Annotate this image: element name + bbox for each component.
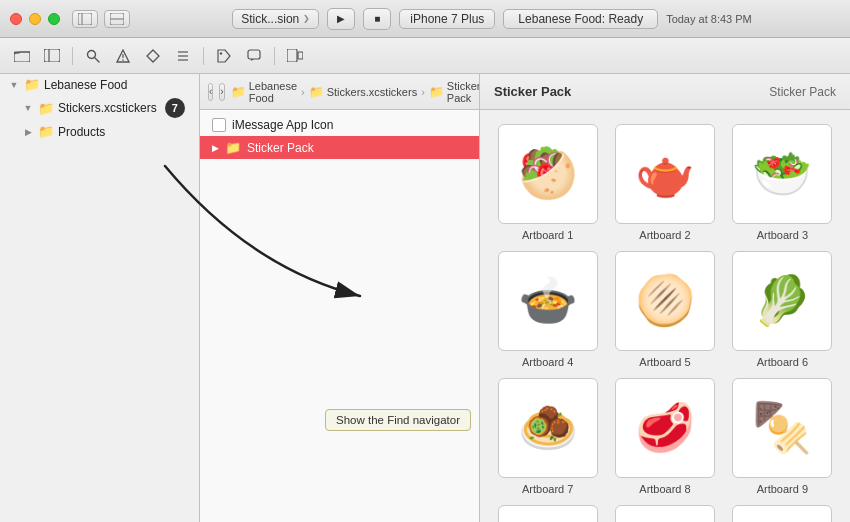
split-toggle-button[interactable] xyxy=(104,10,130,28)
sticker-cell[interactable]: 🥬Artboard 6 xyxy=(729,251,836,368)
svg-rect-5 xyxy=(14,52,20,54)
sticker-cell[interactable]: 🧆Artboard 7 xyxy=(494,378,601,495)
run-button[interactable]: ▶ xyxy=(327,8,355,30)
sidebar-item-lebanese-food[interactable]: ▼ 📁 Lebanese Food xyxy=(0,74,199,95)
chevron-icon: ❯ xyxy=(303,14,310,23)
sticker-cell[interactable]: 🥗Artboard 3 xyxy=(729,124,836,241)
project-label: Lebanese Food xyxy=(44,78,127,92)
sidebar-item-products[interactable]: ▶ 📁 Products xyxy=(0,121,199,142)
svg-rect-20 xyxy=(287,49,297,62)
folder-icon: 📁 xyxy=(24,77,40,92)
fullscreen-button[interactable] xyxy=(48,13,60,25)
breadcrumb-sticker-pack: 📁 Sticker Pack xyxy=(429,80,480,104)
disclosure-icon: ▶ xyxy=(22,127,34,137)
toolbar-separator-3 xyxy=(274,47,275,65)
sticker-grid: 🥙Artboard 1🫖Artboard 2🥗Artboard 3🍲Artboa… xyxy=(480,110,850,522)
badge-count: 7 xyxy=(165,98,185,118)
sticker-cell[interactable]: 🌯Artboard 11 xyxy=(611,505,718,522)
back-button[interactable]: ‹ xyxy=(208,83,213,101)
sticker-label: Artboard 5 xyxy=(639,356,690,368)
sticker-image: 🥩 xyxy=(615,378,715,478)
tag-button[interactable] xyxy=(210,44,238,68)
folder-icon: 📁 xyxy=(225,140,241,155)
bc-stickers[interactable]: Stickers.xcstickers xyxy=(327,86,417,98)
sticker-image: 🥗 xyxy=(732,124,832,224)
folder-icon: 📁 xyxy=(38,101,54,116)
sticker-pack-label: Sticker Pack xyxy=(247,141,314,155)
folder-icon: 📁 xyxy=(38,124,54,139)
titlebar: Stick...sion ❯ ▶ ■ iPhone 7 Plus Lebanes… xyxy=(0,0,850,38)
sticker-cell[interactable]: 🫓Artboard 5 xyxy=(611,251,718,368)
sticker-label: Artboard 8 xyxy=(639,483,690,495)
sticker-label: Artboard 7 xyxy=(522,483,573,495)
editor-header: Sticker Pack Sticker Pack xyxy=(480,74,850,110)
titlebar-center: Stick...sion ❯ ▶ ■ iPhone 7 Plus Lebanes… xyxy=(144,8,840,30)
close-button[interactable] xyxy=(10,13,22,25)
sticker-label: Artboard 4 xyxy=(522,356,573,368)
svg-point-12 xyxy=(122,59,124,61)
sticker-cell[interactable]: 🫖Artboard 2 xyxy=(611,124,718,241)
bc-sep-1: › xyxy=(301,86,305,98)
device-layout-button[interactable] xyxy=(281,44,309,68)
sticker-cell[interactable]: 🍢Artboard 9 xyxy=(729,378,836,495)
sticker-cell[interactable]: 🍹Artboard 12 xyxy=(729,505,836,522)
sticker-image: 🥬 xyxy=(732,251,832,351)
stop-button[interactable]: ■ xyxy=(363,8,391,30)
sticker-label: Artboard 9 xyxy=(757,483,808,495)
imessage-label: iMessage App Icon xyxy=(232,118,333,132)
list-button[interactable] xyxy=(169,44,197,68)
comment-button[interactable] xyxy=(240,44,268,68)
file-list: iMessage App Icon ▶ 📁 Sticker Pack xyxy=(200,110,479,163)
navigator-folder-button[interactable] xyxy=(8,44,36,68)
minimize-button[interactable] xyxy=(29,13,41,25)
device-name: iPhone 7 Plus xyxy=(410,12,484,26)
scheme-selector[interactable]: Stick...sion ❯ xyxy=(232,9,319,29)
editor-subtitle: Sticker Pack xyxy=(769,85,836,99)
svg-point-18 xyxy=(220,52,222,54)
window-controls xyxy=(72,10,130,28)
middle-item-sticker-pack[interactable]: ▶ 📁 Sticker Pack xyxy=(200,136,479,159)
sticker-cell[interactable]: 🥙Artboard 1 xyxy=(494,124,601,241)
breadcrumb-folder-icon: 📁 Lebanese Food xyxy=(231,80,297,104)
products-label: Products xyxy=(58,125,105,139)
main-layout: ▼ 📁 Lebanese Food ▼ 📁 Stickers.xcsticker… xyxy=(0,74,850,522)
sidebar-item-stickers[interactable]: ▼ 📁 Stickers.xcstickers 7 xyxy=(0,95,199,121)
sticker-cell[interactable]: 🥩Artboard 8 xyxy=(611,378,718,495)
device-selector[interactable]: iPhone 7 Plus xyxy=(399,9,495,29)
sidebar-hide-button[interactable] xyxy=(38,44,66,68)
play-icon: ▶ xyxy=(212,143,219,153)
toolbar-separator-2 xyxy=(203,47,204,65)
sticker-image: 🫖 xyxy=(615,124,715,224)
svg-line-9 xyxy=(95,57,100,62)
sidebar-toggle-button[interactable] xyxy=(72,10,98,28)
status-label: Ready xyxy=(608,12,643,26)
sticker-label: Artboard 3 xyxy=(757,229,808,241)
traffic-lights xyxy=(10,13,60,25)
sticker-image: 🌯 xyxy=(615,505,715,522)
diamond-button[interactable] xyxy=(139,44,167,68)
bc-lebanese-food[interactable]: Lebanese Food xyxy=(249,80,297,104)
search-button[interactable] xyxy=(79,44,107,68)
disclosure-icon: ▼ xyxy=(8,80,20,90)
breadcrumb: 📁 Lebanese Food › 📁 Stickers.xcstickers … xyxy=(231,80,480,104)
bc-sticker-pack[interactable]: Sticker Pack xyxy=(447,80,480,104)
sticker-image: 🧆 xyxy=(498,378,598,478)
sticker-cell[interactable]: 🍲Artboard 4 xyxy=(494,251,601,368)
svg-rect-19 xyxy=(248,50,260,59)
warning-button[interactable] xyxy=(109,44,137,68)
sticker-pack-editor: Sticker Pack Sticker Pack 🥙Artboard 1🫖Ar… xyxy=(480,74,850,522)
forward-button[interactable]: › xyxy=(219,83,224,101)
stickers-label: Stickers.xcstickers xyxy=(58,101,157,115)
bc-sep-2: › xyxy=(421,86,425,98)
editor-title: Sticker Pack xyxy=(494,84,571,99)
breadcrumb-bar: ‹ › 📁 Lebanese Food › 📁 Stickers.xcstick… xyxy=(200,74,479,110)
disclosure-icon: ▼ xyxy=(22,103,34,113)
svg-rect-21 xyxy=(298,52,303,59)
middle-item-imessage[interactable]: iMessage App Icon xyxy=(200,114,479,136)
sticker-cell[interactable]: 🥗Artboard 10 xyxy=(494,505,601,522)
sticker-image: 🍢 xyxy=(732,378,832,478)
project-navigator: ▼ 📁 Lebanese Food ▼ 📁 Stickers.xcsticker… xyxy=(0,74,200,522)
sticker-image: 🍲 xyxy=(498,251,598,351)
toolbar xyxy=(0,38,850,74)
sticker-label: Artboard 6 xyxy=(757,356,808,368)
